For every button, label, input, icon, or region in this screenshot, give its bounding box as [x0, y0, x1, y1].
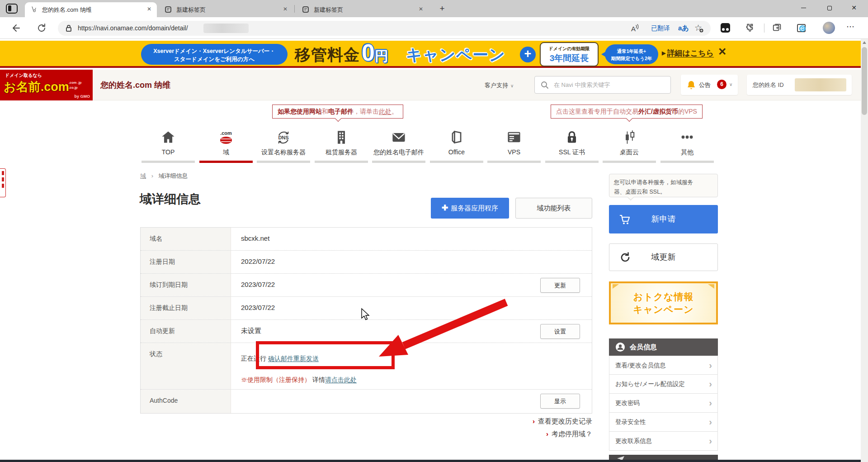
page-scrollbar[interactable] — [861, 39, 868, 462]
read-aloud-icon[interactable]: A — [631, 24, 640, 33]
breadcrumb-root[interactable]: 域 — [140, 172, 146, 179]
office-icon — [430, 128, 483, 147]
nav-item-vps[interactable]: VPS — [487, 128, 541, 163]
tab-close-icon[interactable]: ✕ — [419, 6, 423, 12]
toolbar-separator — [764, 24, 764, 33]
page-bottom-bar — [0, 460, 861, 462]
tab-onamae[interactable]: 您的姓名.com 纳维 ✕ — [25, 2, 157, 17]
campaign-banner: Xserverドメイン・Xserverレンタルサーバー・ スタードメインをご利用… — [0, 41, 861, 68]
browser-essentials-icon[interactable] — [721, 23, 730, 33]
menu-item-member-info[interactable]: 查看/更改会员信息› — [609, 356, 718, 375]
feedback-side-tab[interactable] — [0, 168, 6, 197]
domain-renew-button[interactable]: 域更新 — [609, 243, 718, 271]
reload-button[interactable] — [36, 23, 47, 33]
breadcrumb: 域 › 域详细信息 — [140, 172, 188, 180]
tab-title: 您的姓名.com 纳维 — [42, 6, 92, 14]
back-button[interactable] — [10, 23, 21, 33]
extensions-puzzle-icon[interactable] — [744, 23, 755, 33]
nav-tooltip-vps: 点击这里查看专用于自动交易外汇/虚拟货币的VPS — [551, 105, 703, 119]
favorite-star-icon[interactable]: ☆ — [694, 23, 703, 33]
server-app-button[interactable]: ✚服务器应用程序 — [431, 198, 509, 219]
auto-renew-set-button[interactable]: 设置 — [540, 324, 580, 339]
new-tab-button[interactable]: + — [437, 3, 448, 14]
newtab-favicon-icon — [302, 6, 309, 14]
banner-headline-dark: 移管料金 — [295, 44, 360, 66]
tab-close-icon[interactable]: ✕ — [147, 6, 151, 12]
workspace-icon[interactable] — [6, 4, 18, 14]
table-row: 自动更新 未设置 设置 — [141, 320, 592, 343]
window-maximize-button[interactable] — [819, 0, 840, 15]
url-redacted-segment — [203, 24, 249, 33]
menu-item-contact-info[interactable]: 更改联系信息› — [609, 432, 718, 451]
nav-item-desktop-cloud[interactable]: 桌面云 — [603, 128, 656, 163]
ellipsis-icon — [660, 128, 714, 147]
tab-newtab-1[interactable]: 新建标签页 ✕ — [159, 2, 293, 17]
candlestick-chart-icon — [603, 128, 656, 147]
member-menu: 查看/更改会员信息› お知らせ/メール配信設定› 更改密码› 登录安全性› 更改… — [609, 356, 718, 451]
tooltip-link[interactable]: 此处 — [379, 108, 392, 115]
banner-pill[interactable]: Xserverドメイン・Xserverレンタルサーバー・ スタードメインをご利用… — [141, 44, 288, 65]
table-row: 续订到期日期 2023/07/22 更新 — [141, 274, 592, 297]
renew-button[interactable]: 更新 — [540, 278, 580, 293]
change-history-link[interactable]: ›查看更改历史记录 — [533, 417, 592, 426]
envelope-icon — [372, 128, 425, 147]
menu-item-mail-settings[interactable]: お知らせ/メール配信設定› — [609, 375, 718, 394]
translated-indicator[interactable]: 已翻译 — [651, 24, 670, 33]
nav-item-ssl[interactable]: SSL 证书 — [545, 128, 599, 163]
search-icon — [540, 81, 549, 91]
person-icon — [615, 342, 625, 352]
search-input[interactable] — [553, 79, 665, 90]
usage-restriction-note: ※使用限制（注册保持） — [241, 376, 311, 383]
navi-search[interactable] — [534, 76, 671, 94]
account-id-box[interactable]: 您的姓名 ID — [747, 75, 852, 95]
tab-separator — [294, 5, 295, 13]
annotation-highlight-box — [256, 341, 395, 369]
table-row: 注册日期 2022/07/22 — [141, 251, 592, 274]
translate-icon[interactable]: aあ — [678, 24, 689, 33]
campaign-info-banner[interactable]: おトクな情報 キャンペーン — [609, 281, 718, 324]
table-row: AuthCode 显示 — [141, 390, 592, 413]
account-id-redacted — [795, 78, 846, 91]
nav-item-domain[interactable]: .com 域 — [199, 128, 253, 163]
ie-mode-icon[interactable] — [797, 23, 807, 33]
tab-newtab-2[interactable]: 新建标签页 ✕ — [297, 2, 429, 17]
browser-window: 您的姓名.com 纳维 ✕ 新建标签页 ✕ 新建标签页 ✕ + ✕ — [0, 0, 868, 462]
chevron-right-icon: › — [709, 413, 712, 431]
breadcrumb-current: 域详细信息 — [159, 172, 188, 179]
nav-item-nameserver[interactable]: DNS 设置名称服务器 — [257, 128, 310, 163]
table-row: 域名 sbcxk.net — [141, 228, 592, 251]
disable-domain-link[interactable]: ›考虑停用域？ — [546, 430, 592, 438]
page-title: 域详细信息 — [140, 191, 201, 207]
nav-tooltip-email: 如果您使用网站和电子邮件，请单击此处。 — [272, 105, 403, 119]
chevron-down-icon: ∨ — [729, 82, 732, 87]
notice-dropdown[interactable]: 公告 6 ∨ — [681, 75, 738, 95]
browser-menu-button[interactable]: ⋯ — [846, 22, 855, 32]
onamae-logo[interactable]: ドメイン取るなら お名前.com .com .jp .co.jp by GMO — [0, 70, 93, 100]
window-close-button[interactable]: ✕ — [844, 0, 864, 15]
profile-avatar[interactable] — [823, 22, 835, 34]
banner-close-icon[interactable]: ✕ — [718, 46, 726, 58]
banner-details-link[interactable]: ▶詳細はこちら — [662, 48, 714, 58]
nav-item-office[interactable]: Office — [430, 128, 483, 163]
details-here-link[interactable]: 请点击此处 — [325, 376, 357, 383]
customer-support-menu[interactable]: 客户支持∨ — [485, 81, 514, 90]
nav-item-others[interactable]: 其他 — [660, 128, 714, 163]
browser-toolbar: https://navi.onamae.com/domain/detail/ A… — [0, 17, 868, 39]
menu-item-change-password[interactable]: 更改密码› — [609, 394, 718, 413]
banner-bubble: 通常1年延長+ 期間限定でもう2年 — [605, 44, 658, 64]
address-bar[interactable]: https://navi.onamae.com/domain/detail/ A… — [58, 21, 711, 36]
nav-item-rental-server[interactable]: 租赁服务器 — [315, 128, 368, 163]
banner-headline-zero: 0円 — [362, 39, 388, 66]
collections-icon[interactable] — [772, 23, 783, 33]
nav-item-top[interactable]: TOP — [142, 128, 195, 163]
nav-item-email[interactable]: 您的姓名电子邮件 — [372, 128, 425, 163]
lock-icon — [545, 128, 599, 147]
window-minimize-button[interactable] — [793, 0, 814, 15]
new-application-button[interactable]: 新申请 — [609, 205, 718, 233]
table-row: 注册截止日期 2023/07/22 — [141, 297, 592, 320]
menu-item-login-security[interactable]: 登录安全性› — [609, 413, 718, 432]
authcode-show-button[interactable]: 显示 — [540, 394, 580, 409]
server-building-icon — [315, 128, 368, 147]
tab-close-icon[interactable]: ✕ — [283, 6, 288, 12]
domain-functions-button[interactable]: 域功能列表 — [515, 198, 592, 219]
